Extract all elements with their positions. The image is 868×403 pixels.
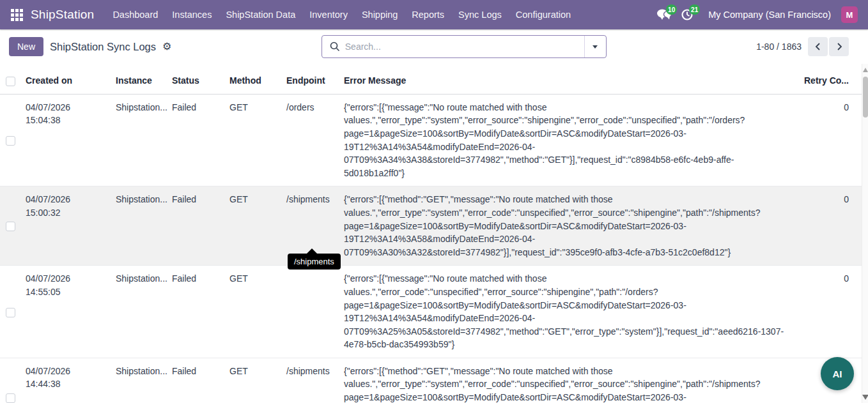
cell-endpoint[interactable]: /shipments bbox=[281, 358, 339, 403]
cell-instance[interactable]: Shipstation... bbox=[111, 94, 167, 186]
cell-status[interactable]: Failed bbox=[167, 358, 224, 403]
cell-retry-count[interactable]: 0 bbox=[787, 186, 862, 266]
cell-instance[interactable]: Shipstation... bbox=[111, 358, 167, 403]
nav-item-inventory[interactable]: Inventory bbox=[302, 0, 355, 29]
row-checkbox[interactable] bbox=[6, 222, 15, 231]
cell-method[interactable]: GET bbox=[224, 358, 281, 403]
list-view: Created on Instance Status Method Endpoi… bbox=[0, 64, 862, 403]
column-created-on[interactable]: Created on bbox=[20, 64, 111, 94]
sync-logs-table: Created on Instance Status Method Endpoi… bbox=[0, 64, 862, 403]
cell-error-message[interactable]: {"errors":[{"message":"No route matched … bbox=[339, 266, 787, 358]
cell-instance[interactable]: Shipstation... bbox=[111, 186, 167, 266]
row-checkbox[interactable] bbox=[6, 136, 15, 146]
table-header-row: Created on Instance Status Method Endpoi… bbox=[0, 64, 862, 94]
search-filters-dropdown[interactable] bbox=[584, 36, 606, 57]
actions-gear-icon[interactable]: ⚙ bbox=[162, 42, 171, 52]
cell-method[interactable]: GET bbox=[224, 94, 281, 186]
nav-item-configuration[interactable]: Configuration bbox=[509, 0, 578, 29]
column-retry-count[interactable]: Retry Co... bbox=[787, 64, 862, 94]
cell-endpoint[interactable] bbox=[281, 266, 339, 358]
navbar-menu: Dashboard Instances ShipStation Data Inv… bbox=[105, 0, 578, 29]
cell-created-on[interactable]: 04/07/2026 14:44:38 bbox=[20, 358, 111, 403]
activities-button[interactable]: 21 bbox=[679, 6, 695, 23]
endpoint-tooltip: /shipments bbox=[288, 254, 341, 270]
pager-next-button[interactable] bbox=[829, 37, 849, 56]
app-brand[interactable]: ShipStation bbox=[31, 8, 94, 22]
cell-created-on[interactable]: 04/07/2026 15:04:38 bbox=[20, 94, 111, 186]
search-input[interactable] bbox=[345, 36, 584, 57]
top-navbar: ShipStation Dashboard Instances ShipStat… bbox=[0, 0, 868, 29]
pager-previous-button[interactable] bbox=[808, 37, 828, 56]
scrollbar-down-arrow-icon[interactable] bbox=[862, 395, 868, 400]
table-row[interactable]: 04/07/2026 14:55:05 Shipstation... Faile… bbox=[0, 266, 862, 358]
cell-retry-count[interactable]: 0 bbox=[787, 266, 862, 358]
search-box bbox=[322, 35, 607, 58]
cell-created-on[interactable]: 04/07/2026 14:55:05 bbox=[20, 266, 111, 358]
cell-instance[interactable]: Shipstation... bbox=[111, 266, 167, 358]
cell-error-message[interactable]: {"errors":[{"method":"GET","message":"No… bbox=[339, 358, 787, 403]
chevron-down-icon bbox=[593, 45, 598, 49]
cell-retry-count[interactable]: 0 bbox=[787, 94, 862, 186]
pager-range: 1-80 / 1863 bbox=[756, 42, 802, 52]
new-button[interactable]: New bbox=[9, 37, 43, 56]
nav-item-shipping[interactable]: Shipping bbox=[355, 0, 405, 29]
nav-item-sync-logs[interactable]: Sync Logs bbox=[451, 0, 509, 29]
nav-item-shipstation-data[interactable]: ShipStation Data bbox=[219, 0, 302, 29]
user-avatar[interactable]: M bbox=[841, 6, 858, 23]
row-checkbox[interactable] bbox=[6, 308, 15, 317]
scrollbar-thumb[interactable] bbox=[863, 77, 868, 118]
apps-menu-button[interactable] bbox=[8, 6, 26, 24]
control-panel: New ShipStation Sync Logs ⚙ 1-80 / 1863 bbox=[0, 29, 868, 64]
cell-error-message[interactable]: {"errors":[{"message":"No route matched … bbox=[339, 94, 787, 186]
messages-count-badge: 10 bbox=[666, 4, 677, 15]
vertical-scrollbar[interactable] bbox=[862, 64, 868, 403]
page-title: ShipStation Sync Logs bbox=[50, 41, 156, 53]
chevron-right-icon bbox=[835, 42, 844, 51]
column-method[interactable]: Method bbox=[224, 64, 281, 94]
apps-grid-icon bbox=[11, 9, 23, 21]
company-switcher[interactable]: My Company (San Francisco) bbox=[708, 10, 831, 20]
cell-method[interactable]: GET bbox=[224, 266, 281, 358]
scrollbar-up-arrow-icon[interactable] bbox=[863, 68, 868, 72]
cell-endpoint[interactable]: /orders bbox=[281, 94, 339, 186]
nav-item-dashboard[interactable]: Dashboard bbox=[105, 0, 165, 29]
activities-count-badge: 21 bbox=[689, 4, 700, 15]
table-row[interactable]: 04/07/2026 15:00:32 Shipstation... Faile… bbox=[0, 186, 862, 266]
cell-method[interactable]: GET bbox=[224, 186, 281, 266]
cell-error-message[interactable]: {"errors":[{"method":"GET","message":"No… bbox=[339, 186, 787, 266]
table-row[interactable]: 04/07/2026 14:44:38 Shipstation... Faile… bbox=[0, 358, 862, 403]
cell-status[interactable]: Failed bbox=[167, 94, 224, 186]
column-error-message[interactable]: Error Message bbox=[339, 64, 787, 94]
cell-created-on[interactable]: 04/07/2026 15:00:32 bbox=[20, 186, 111, 266]
column-instance[interactable]: Instance bbox=[111, 64, 167, 94]
nav-item-instances[interactable]: Instances bbox=[165, 0, 219, 29]
search-icon bbox=[322, 42, 345, 52]
cell-status[interactable]: Failed bbox=[167, 266, 224, 358]
ai-assistant-button[interactable]: AI bbox=[821, 357, 854, 390]
chevron-left-icon bbox=[814, 42, 823, 51]
cell-status[interactable]: Failed bbox=[167, 186, 224, 266]
column-status[interactable]: Status bbox=[167, 64, 224, 94]
column-endpoint[interactable]: Endpoint bbox=[281, 64, 339, 94]
table-row[interactable]: 04/07/2026 15:04:38 Shipstation... Faile… bbox=[0, 94, 862, 186]
select-all-checkbox[interactable] bbox=[6, 77, 15, 86]
messages-button[interactable]: 10 bbox=[656, 6, 672, 23]
row-checkbox[interactable] bbox=[6, 393, 15, 403]
nav-item-reports[interactable]: Reports bbox=[405, 0, 451, 29]
